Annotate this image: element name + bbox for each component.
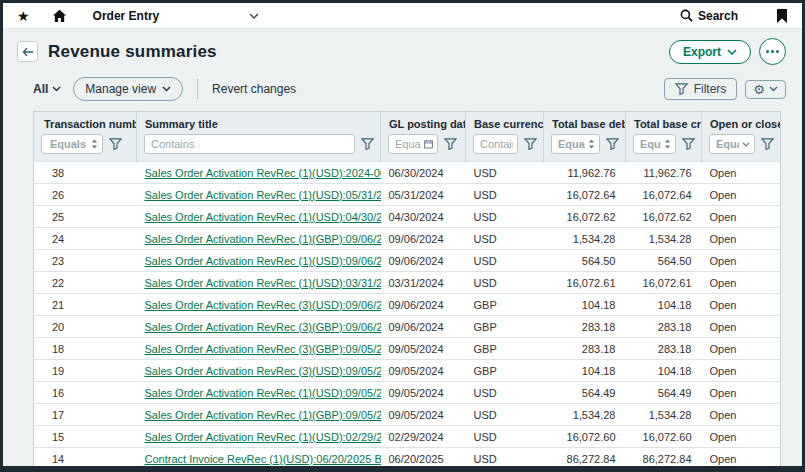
cell-base-currency: GBP	[466, 360, 544, 382]
summary-title-link[interactable]: Sales Order Activation RevRec (3)(GBP):0…	[145, 343, 381, 355]
cell-summary-title: Sales Order Activation RevRec (3)(USD):0…	[137, 294, 381, 316]
column-header-transaction-number[interactable]: Transaction number	[34, 112, 137, 132]
table-header-row: Transaction number Summary title GL post…	[34, 112, 781, 132]
cell-base-currency: USD	[466, 184, 544, 206]
cell-transaction-number: 15	[34, 426, 137, 448]
summary-title-link[interactable]: Sales Order Activation RevRec (1)(USD):0…	[145, 431, 381, 443]
cell-open-or-closed: Open	[702, 272, 781, 294]
spinner-icon	[664, 139, 671, 149]
cell-gl-posting-date: 06/20/2025	[381, 448, 466, 470]
cell-total-base-debit: 16,072.64	[544, 184, 626, 206]
cell-total-base-debit: 16,072.60	[544, 426, 626, 448]
filter-funnel-icon[interactable]	[109, 138, 122, 150]
filter-operator-transaction-number[interactable]: Equals	[41, 134, 103, 154]
filters-button[interactable]: Filters	[664, 78, 738, 100]
spinner-icon	[588, 139, 595, 149]
search-label: Search	[698, 9, 738, 23]
cell-base-currency: USD	[466, 404, 544, 426]
chevron-down-icon	[52, 86, 61, 92]
filter-operator-open-or-closed[interactable]: Equals	[709, 134, 755, 154]
summary-title-link[interactable]: Sales Order Activation RevRec (1)(USD):0…	[145, 277, 381, 289]
bookmark-icon[interactable]	[776, 9, 788, 23]
cell-transaction-number: 16	[34, 382, 137, 404]
back-button[interactable]	[17, 41, 38, 62]
cell-transaction-number: 26	[34, 184, 137, 206]
favorites-star-icon[interactable]: ★	[17, 8, 30, 24]
manage-view-button[interactable]: Manage view	[73, 77, 183, 101]
cell-open-or-closed: Open	[702, 206, 781, 228]
summary-title-link[interactable]: Sales Order Activation RevRec (1)(USD):0…	[145, 189, 381, 201]
cell-total-base-debit: 564.49	[544, 382, 626, 404]
cell-total-base-debit: 104.18	[544, 294, 626, 316]
filter-funnel-icon[interactable]	[524, 138, 537, 150]
filter-funnel-icon[interactable]	[761, 138, 774, 150]
summary-title-link[interactable]: Sales Order Activation RevRec (3)(USD):0…	[145, 365, 381, 377]
cell-total-base-credit: 11,962.76	[626, 162, 702, 184]
filter-input-base-currency[interactable]	[480, 138, 513, 150]
chevron-down-icon	[162, 86, 171, 92]
calendar-icon	[424, 139, 433, 149]
summary-title-link[interactable]: Sales Order Activation RevRec (1)(USD):0…	[145, 211, 381, 223]
filter-input-summary-title[interactable]	[151, 138, 350, 150]
more-actions-button[interactable]	[759, 38, 786, 65]
filter-operator-total-base-debit[interactable]: Equals	[551, 134, 600, 154]
cell-summary-title: Sales Order Activation RevRec (1)(USD):0…	[137, 250, 381, 272]
search-button[interactable]: Search	[680, 9, 738, 23]
summary-title-link[interactable]: Sales Order Activation RevRec (1)(USD):0…	[145, 255, 381, 267]
cell-gl-posting-date: 09/05/2024	[381, 360, 466, 382]
cell-summary-title: Sales Order Activation RevRec (3)(USD):0…	[137, 360, 381, 382]
table-row: 25 Sales Order Activation RevRec (1)(USD…	[34, 206, 781, 228]
cell-gl-posting-date: 09/05/2024	[381, 404, 466, 426]
table-row: 24 Sales Order Activation RevRec (1)(GBP…	[34, 228, 781, 250]
cell-summary-title: Sales Order Activation RevRec (3)(GBP):0…	[137, 316, 381, 338]
table-row: 18 Sales Order Activation RevRec (3)(GBP…	[34, 338, 781, 360]
cell-open-or-closed: Open	[702, 294, 781, 316]
revert-changes-link[interactable]: Revert changes	[212, 82, 296, 96]
cell-total-base-credit: 16,072.64	[626, 184, 702, 206]
cell-open-or-closed: Open	[702, 382, 781, 404]
column-header-gl-posting-date[interactable]: GL posting date	[381, 112, 466, 132]
filter-funnel-icon[interactable]	[682, 138, 695, 150]
top-bar: ★ Order Entry Search	[3, 3, 802, 29]
column-header-open-or-closed[interactable]: Open or closed	[702, 112, 781, 132]
home-icon[interactable]	[52, 9, 67, 23]
column-header-total-base-credit[interactable]: Total base credit	[626, 112, 702, 132]
summary-title-link[interactable]: Sales Order Activation RevRec (1)(GBP):0…	[145, 233, 381, 245]
cell-base-currency: USD	[466, 228, 544, 250]
cell-gl-posting-date: 09/06/2024	[381, 294, 466, 316]
summary-title-link[interactable]: Sales Order Activation RevRec (1)(USD):0…	[145, 387, 381, 399]
cell-transaction-number: 22	[34, 272, 137, 294]
filter-funnel-icon[interactable]	[606, 138, 619, 150]
cell-summary-title: Sales Order Activation RevRec (1)(USD):2…	[137, 162, 381, 184]
cell-base-currency: GBP	[466, 338, 544, 360]
summary-title-link[interactable]: Sales Order Activation RevRec (1)(USD):2…	[145, 167, 381, 179]
filter-input-gl-posting-date[interactable]	[395, 138, 421, 150]
filter-operator-total-base-credit[interactable]: Equals	[633, 134, 676, 154]
column-header-summary-title[interactable]: Summary title	[137, 112, 381, 132]
app-menu[interactable]: Order Entry	[93, 9, 260, 23]
chevron-down-icon	[742, 142, 750, 147]
filter-funnel-icon[interactable]	[444, 138, 457, 150]
cell-total-base-credit: 16,072.60	[626, 426, 702, 448]
summary-title-link[interactable]: Sales Order Activation RevRec (3)(USD):0…	[145, 299, 381, 311]
column-header-total-base-debit[interactable]: Total base debit	[544, 112, 626, 132]
cell-total-base-debit: 564.50	[544, 250, 626, 272]
cell-gl-posting-date: 09/06/2024	[381, 250, 466, 272]
cell-base-currency: USD	[466, 250, 544, 272]
summary-title-link[interactable]: Contract Invoice RevRec (1)(USD):06/20/2…	[145, 453, 381, 465]
export-button[interactable]: Export	[669, 40, 751, 64]
cell-transaction-number: 21	[34, 294, 137, 316]
cell-transaction-number: 20	[34, 316, 137, 338]
manage-view-label: Manage view	[85, 82, 156, 96]
cell-open-or-closed: Open	[702, 250, 781, 272]
table-settings-button[interactable]: ⚙	[745, 80, 786, 99]
cell-open-or-closed: Open	[702, 360, 781, 382]
view-scope-dropdown[interactable]: All	[33, 82, 61, 96]
cell-summary-title: Sales Order Activation RevRec (1)(GBP):0…	[137, 228, 381, 250]
column-header-base-currency[interactable]: Base currency	[466, 112, 544, 132]
cell-transaction-number: 25	[34, 206, 137, 228]
filter-funnel-icon[interactable]	[361, 138, 374, 150]
filters-label: Filters	[694, 82, 727, 96]
summary-title-link[interactable]: Sales Order Activation RevRec (3)(GBP):0…	[145, 321, 381, 333]
summary-title-link[interactable]: Sales Order Activation RevRec (1)(GBP):0…	[145, 409, 381, 421]
